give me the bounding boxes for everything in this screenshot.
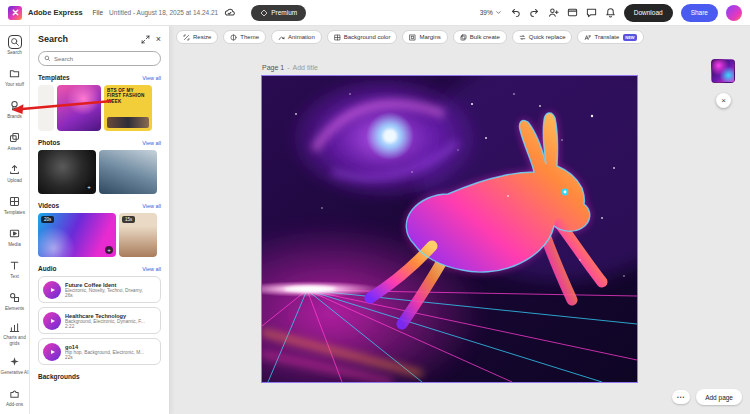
audio-item[interactable]: Future Coffee Ident Electronic, Novelty,… bbox=[38, 276, 161, 303]
panel-title: Search bbox=[38, 34, 135, 44]
sidebar-item-text[interactable]: Text bbox=[0, 253, 30, 285]
canvas-page[interactable] bbox=[262, 76, 637, 382]
new-badge: NEW bbox=[623, 34, 636, 41]
bell-icon[interactable] bbox=[605, 7, 616, 18]
media-play-icon bbox=[8, 227, 22, 241]
backgrounds-heading: Backgrounds bbox=[38, 373, 80, 380]
sidebar-item-add-ons[interactable]: Add-ons bbox=[0, 381, 30, 413]
audio-play-icon[interactable] bbox=[43, 312, 61, 330]
page-thumbnail[interactable] bbox=[711, 59, 735, 83]
add-icon[interactable]: + bbox=[105, 246, 113, 254]
zoom-level[interactable]: 39% bbox=[480, 9, 502, 16]
sidebar-item-generative-ai[interactable]: Generative AI bbox=[0, 349, 30, 381]
app-window-icon[interactable] bbox=[567, 7, 578, 18]
add-title-placeholder[interactable]: Add title bbox=[293, 64, 318, 71]
download-button[interactable]: Download bbox=[624, 4, 673, 22]
template-thumbnail[interactable] bbox=[57, 85, 101, 131]
templates-view-all-link[interactable]: View all bbox=[142, 75, 161, 81]
template-photo-strip bbox=[107, 117, 149, 128]
avatar[interactable] bbox=[726, 5, 742, 21]
sidebar-item-elements[interactable]: Elements bbox=[0, 285, 30, 317]
search-input-wrapper bbox=[38, 51, 161, 66]
video-thumbnail[interactable]: 20s + bbox=[38, 213, 116, 257]
theme-palette-icon bbox=[230, 34, 237, 41]
translate-icon bbox=[584, 34, 591, 41]
search-input[interactable] bbox=[54, 56, 155, 62]
close-panel-icon[interactable]: × bbox=[156, 35, 161, 44]
sidebar-item-media[interactable]: Media bbox=[0, 221, 30, 253]
theme-button[interactable]: Theme bbox=[223, 30, 266, 44]
more-options-button[interactable]: ••• bbox=[672, 390, 690, 404]
videos-row: 20s + 15s bbox=[38, 213, 161, 257]
comment-icon[interactable] bbox=[586, 7, 597, 18]
add-page-button[interactable]: Add page bbox=[696, 389, 742, 405]
animation-button[interactable]: Animation bbox=[271, 30, 322, 44]
search-icon bbox=[44, 55, 51, 62]
premium-button[interactable]: Premium bbox=[251, 5, 306, 21]
translate-button[interactable]: Translate NEW bbox=[577, 30, 643, 44]
sidebar-item-upload[interactable]: Upload bbox=[0, 157, 30, 189]
templates-heading: Templates bbox=[38, 74, 70, 81]
upload-icon bbox=[8, 163, 22, 177]
photos-heading: Photos bbox=[38, 139, 60, 146]
margins-button[interactable]: Margins bbox=[402, 30, 447, 44]
document-toolbar: Resize Theme Animation Background color … bbox=[176, 30, 644, 44]
cloud-sync-icon[interactable] bbox=[224, 7, 235, 18]
bulk-create-button[interactable]: Bulk create bbox=[453, 30, 507, 44]
photo-thumbnail[interactable] bbox=[99, 150, 157, 194]
background-color-button[interactable]: Background color bbox=[327, 30, 398, 44]
template-thumbnail[interactable]: BTS OF MY FIRST FASHION WEEK bbox=[104, 85, 152, 131]
quick-replace-button[interactable]: Quick replace bbox=[512, 30, 573, 44]
topbar: Adobe Express File Untitled - August 18,… bbox=[0, 0, 750, 26]
add-icon[interactable]: + bbox=[85, 183, 93, 191]
bottom-actions: ••• Add page bbox=[672, 389, 742, 405]
expand-panel-icon[interactable] bbox=[141, 35, 150, 44]
template-thumbnail[interactable] bbox=[38, 85, 54, 131]
sidebar-item-templates[interactable]: Templates bbox=[0, 189, 30, 221]
assets-layers-icon bbox=[8, 131, 22, 145]
animation-icon bbox=[278, 34, 285, 41]
puzzle-icon bbox=[8, 387, 22, 401]
audio-item[interactable]: go14 Hip hop, Background, Electronic, M.… bbox=[38, 338, 161, 365]
chevron-down-icon bbox=[495, 9, 502, 16]
undo-icon[interactable] bbox=[510, 7, 521, 18]
photo-thumbnail[interactable]: + bbox=[38, 150, 96, 194]
templates-grid-icon bbox=[8, 195, 22, 209]
folder-icon bbox=[8, 67, 22, 81]
elements-shapes-icon bbox=[8, 291, 22, 305]
sidebar-item-your-stuff[interactable]: Your stuff bbox=[0, 61, 30, 93]
adobe-express-logo[interactable] bbox=[8, 6, 22, 20]
sidebar-item-brands[interactable]: Brands bbox=[0, 93, 30, 125]
page-number-label: Page 1 bbox=[262, 64, 284, 71]
bulk-create-icon bbox=[460, 34, 467, 41]
photos-row: + bbox=[38, 150, 161, 194]
close-icon[interactable]: × bbox=[716, 93, 731, 108]
background-color-icon bbox=[334, 34, 341, 41]
redo-icon[interactable] bbox=[529, 7, 540, 18]
audio-heading: Audio bbox=[38, 265, 56, 272]
document-title[interactable]: Untitled - August 18, 2025 at 14.24.21 bbox=[109, 9, 218, 16]
audio-play-icon[interactable] bbox=[43, 343, 61, 361]
audio-view-all-link[interactable]: View all bbox=[142, 266, 161, 272]
video-duration-badge: 15s bbox=[122, 216, 135, 223]
brands-badge-icon bbox=[8, 99, 22, 113]
video-thumbnail[interactable]: 15s bbox=[119, 213, 157, 257]
video-duration-badge: 20s bbox=[41, 216, 54, 223]
sidebar-item-search[interactable]: Search bbox=[0, 29, 30, 61]
app-title: Adobe Express bbox=[28, 8, 83, 17]
adobe-express-app: Adobe Express File Untitled - August 18,… bbox=[0, 0, 750, 414]
audio-item[interactable]: Healthcare Technology Background, Electr… bbox=[38, 307, 161, 334]
file-menu[interactable]: File bbox=[93, 9, 103, 16]
videos-view-all-link[interactable]: View all bbox=[142, 203, 161, 209]
share-button[interactable]: Share bbox=[681, 4, 718, 22]
templates-row: BTS OF MY FIRST FASHION WEEK bbox=[38, 85, 161, 131]
neon-rabbit-artwork bbox=[262, 76, 637, 382]
audio-play-icon[interactable] bbox=[43, 281, 61, 299]
sidebar-item-assets[interactable]: Assets bbox=[0, 125, 30, 157]
text-icon bbox=[8, 259, 22, 273]
videos-heading: Videos bbox=[38, 202, 59, 209]
resize-button[interactable]: Resize bbox=[176, 30, 218, 44]
invite-person-icon[interactable] bbox=[548, 7, 559, 18]
photos-view-all-link[interactable]: View all bbox=[142, 140, 161, 146]
sidebar-item-charts-and-grids[interactable]: Charts and grids bbox=[0, 317, 30, 349]
